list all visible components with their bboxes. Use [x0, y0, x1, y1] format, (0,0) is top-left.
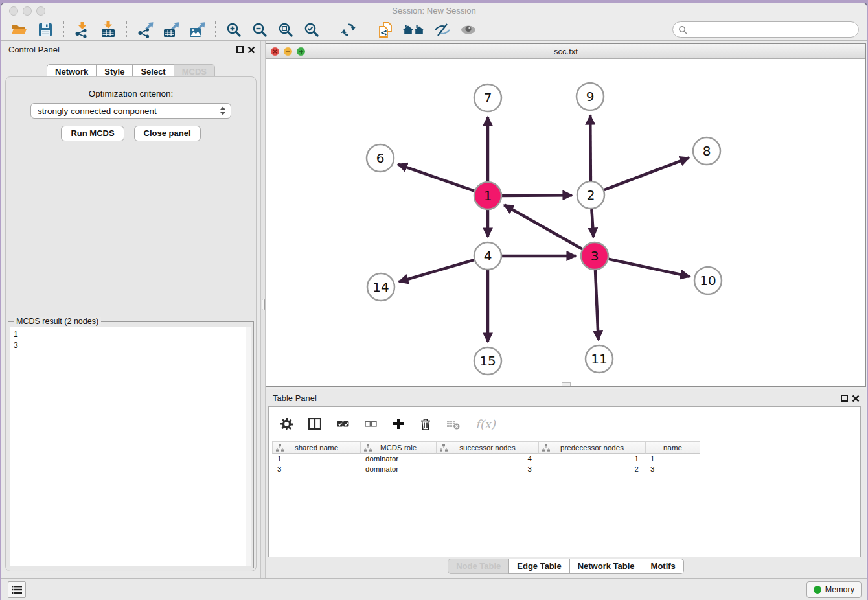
mcds-result-box: MCDS result (2 nodes) 1 3	[8, 321, 254, 568]
open-file-icon[interactable]	[9, 20, 30, 40]
app-window: Session: New Session	[1, 3, 867, 600]
network-canvas[interactable]: 7968124314101511	[266, 59, 865, 386]
column-label: predecessor nodes	[560, 444, 624, 452]
mcds-result-text: 1 3	[10, 327, 246, 566]
column-hierarchy-icon	[276, 444, 284, 452]
optimization-criterion-label: Optimization criterion:	[1, 89, 260, 98]
column-header-predecessor-nodes[interactable]: predecessor nodes	[538, 441, 645, 454]
graph-edge-1-6[interactable]	[398, 165, 474, 191]
zoom-out-icon[interactable]	[249, 20, 270, 40]
import-table-icon[interactable]	[98, 20, 119, 40]
canvas-splitter-handle[interactable]	[562, 382, 571, 386]
graph-node-label-9: 9	[586, 89, 595, 104]
table-cell: dominator	[360, 464, 436, 474]
session-title: Session: New Session	[1, 6, 867, 16]
table-mode-icon[interactable]	[280, 418, 293, 430]
zoom-selected-icon[interactable]	[301, 20, 322, 40]
table-panel-header: Table Panel	[266, 389, 866, 406]
table-panel: Table Panel	[266, 389, 866, 578]
table-row[interactable]: 1dominator411	[272, 454, 700, 464]
table-cell: 2	[538, 464, 645, 474]
node-table: shared nameMCDS rolesuccessor nodesprede…	[272, 441, 700, 474]
import-network-icon[interactable]	[72, 20, 93, 40]
graph-edge-3-1[interactable]	[504, 205, 582, 249]
result-scrollbar[interactable]	[246, 327, 251, 566]
search-input[interactable]	[672, 21, 859, 38]
table-cell: 3	[436, 464, 538, 474]
refresh-layout-icon[interactable]	[338, 20, 359, 40]
graph-edge-1-2[interactable]	[502, 195, 572, 196]
float-table-panel-icon[interactable]	[841, 395, 848, 402]
graph-edge-2-3[interactable]	[591, 209, 593, 237]
export-network-icon[interactable]	[135, 20, 155, 40]
column-hierarchy-icon	[364, 444, 372, 452]
graph-edge-2-8[interactable]	[604, 157, 689, 190]
show-columns-icon[interactable]	[308, 418, 321, 430]
run-mcds-button[interactable]: Run MCDS	[61, 126, 124, 141]
show-all-icon[interactable]	[458, 20, 479, 40]
mcds-result-area[interactable]: 1 3	[10, 327, 251, 566]
close-table-panel-icon[interactable]	[852, 395, 860, 402]
graph-node-label-11: 11	[591, 351, 607, 367]
deselect-all-icon[interactable]	[365, 418, 377, 430]
close-panel-button[interactable]: Close panel	[134, 126, 201, 141]
table-panel-title: Table Panel	[273, 393, 317, 403]
graph-node-label-15: 15	[479, 353, 496, 369]
table-row[interactable]: 3dominator323	[272, 464, 700, 474]
table-cell: 1	[645, 454, 700, 464]
toolbar-separator	[126, 21, 127, 38]
memory-button[interactable]: Memory	[806, 581, 862, 598]
panel-splitter[interactable]	[260, 41, 266, 578]
memory-label: Memory	[825, 585, 854, 594]
export-table-icon[interactable]	[161, 20, 181, 40]
clone-network-icon[interactable]	[375, 20, 396, 40]
save-session-icon[interactable]	[35, 20, 56, 40]
criterion-dropdown[interactable]: strongly connected component	[30, 103, 231, 119]
graph-node-label-6: 6	[376, 150, 385, 166]
table-body: 1dominator4113dominator323	[272, 454, 700, 474]
function-builder-icon[interactable]: f(x)	[475, 417, 496, 431]
tab-motifs[interactable]: Motifs	[643, 559, 684, 574]
add-column-icon[interactable]	[393, 418, 404, 430]
hide-selected-icon[interactable]	[432, 20, 453, 40]
graph-edge-2-9[interactable]	[590, 115, 591, 181]
graph-node-label-14: 14	[372, 279, 389, 295]
float-panel-icon[interactable]	[236, 46, 244, 53]
first-neighbors-icon[interactable]	[401, 20, 427, 40]
graph-edge-3-11[interactable]	[595, 270, 599, 340]
table-header-row: shared nameMCDS rolesuccessor nodesprede…	[272, 441, 700, 454]
close-panel-icon[interactable]	[247, 46, 255, 54]
select-all-icon[interactable]	[337, 418, 349, 430]
main-toolbar	[1, 19, 867, 41]
control-panel-title: Control Panel	[8, 45, 60, 54]
toolbar-separator	[367, 21, 367, 38]
table-area: f(x) shared nameMCDS rolesuccessor nodes…	[268, 406, 861, 557]
splitter-handle[interactable]	[262, 299, 265, 310]
column-header-shared-name[interactable]: shared name	[272, 441, 360, 454]
graph-node-label-8: 8	[703, 143, 711, 159]
graph-node-label-3: 3	[591, 248, 599, 264]
tab-network-table[interactable]: Network Table	[569, 559, 643, 574]
column-header-successor-nodes[interactable]: successor nodes	[436, 441, 538, 454]
search-icon	[678, 25, 687, 34]
delete-table-icon[interactable]	[447, 419, 460, 430]
graph-edge-3-10[interactable]	[609, 259, 690, 277]
table-tabs: Node Table Edge Table Network Table Moti…	[266, 559, 866, 574]
delete-columns-icon[interactable]	[420, 418, 431, 430]
tab-edge-table[interactable]: Edge Table	[508, 559, 569, 574]
column-header-name[interactable]: name	[645, 441, 700, 454]
graph-node-label-10: 10	[700, 273, 716, 288]
graph-edge-4-14[interactable]	[399, 260, 474, 282]
column-label: name	[663, 444, 682, 452]
column-hierarchy-icon	[440, 444, 448, 452]
chevron-up-down-icon	[219, 106, 227, 116]
toolbar-separator	[215, 21, 216, 38]
table-cell: 3	[272, 464, 360, 474]
column-label: shared name	[295, 444, 338, 452]
zoom-in-icon[interactable]	[223, 20, 244, 40]
tab-node-table[interactable]: Node Table	[448, 559, 509, 574]
task-history-button[interactable]	[8, 581, 26, 598]
zoom-fit-icon[interactable]	[275, 20, 296, 40]
column-header-MCDS-role[interactable]: MCDS role	[360, 441, 436, 454]
export-image-icon[interactable]	[187, 20, 207, 40]
